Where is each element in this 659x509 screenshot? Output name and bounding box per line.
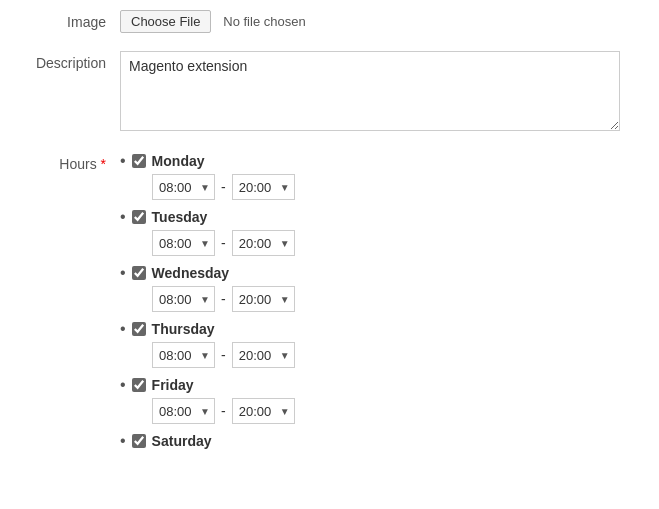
end-time-select[interactable]: 00:0001:0002:0003:0004:0005:0006:0007:00… (232, 398, 295, 424)
hours-container: •Monday00:0001:0002:0003:0004:0005:0006:… (120, 152, 639, 456)
hours-label: Hours (20, 152, 120, 172)
end-time-select[interactable]: 00:0001:0002:0003:0004:0005:0006:0007:00… (232, 286, 295, 312)
bullet-icon: • (120, 208, 126, 226)
day-row: •Thursday (120, 320, 639, 338)
day-row: •Friday (120, 376, 639, 394)
image-label: Image (20, 10, 120, 30)
day-row: •Wednesday (120, 264, 639, 282)
bullet-icon: • (120, 320, 126, 338)
day-checkbox[interactable] (132, 266, 146, 280)
day-item: •Thursday00:0001:0002:0003:0004:0005:000… (120, 320, 639, 368)
choose-file-button[interactable]: Choose File (120, 10, 211, 33)
day-checkbox[interactable] (132, 210, 146, 224)
end-time-dropdown[interactable]: 00:0001:0002:0003:0004:0005:0006:0007:00… (233, 287, 294, 311)
day-name: Wednesday (152, 265, 230, 281)
day-item: •Wednesday00:0001:0002:0003:0004:0005:00… (120, 264, 639, 312)
day-name: Tuesday (152, 209, 208, 225)
end-time-select[interactable]: 00:0001:0002:0003:0004:0005:0006:0007:00… (232, 230, 295, 256)
time-separator: - (221, 347, 226, 363)
day-checkbox[interactable] (132, 154, 146, 168)
day-item: •Tuesday00:0001:0002:0003:0004:0005:0006… (120, 208, 639, 256)
day-name: Saturday (152, 433, 212, 449)
start-time-select[interactable]: 00:0001:0002:0003:0004:0005:0006:0007:00… (152, 174, 215, 200)
start-time-dropdown[interactable]: 00:0001:0002:0003:0004:0005:0006:0007:00… (153, 287, 214, 311)
day-checkbox[interactable] (132, 434, 146, 448)
description-label: Description (20, 51, 120, 71)
day-checkbox[interactable] (132, 378, 146, 392)
day-item: •Monday00:0001:0002:0003:0004:0005:0006:… (120, 152, 639, 200)
day-item: •Friday00:0001:0002:0003:0004:0005:0006:… (120, 376, 639, 424)
start-time-select[interactable]: 00:0001:0002:0003:0004:0005:0006:0007:00… (152, 230, 215, 256)
day-name: Thursday (152, 321, 215, 337)
day-row: •Saturday (120, 432, 639, 450)
time-row: 00:0001:0002:0003:0004:0005:0006:0007:00… (152, 342, 639, 368)
bullet-icon: • (120, 376, 126, 394)
day-row: •Tuesday (120, 208, 639, 226)
day-name: Monday (152, 153, 205, 169)
end-time-dropdown[interactable]: 00:0001:0002:0003:0004:0005:0006:0007:00… (233, 231, 294, 255)
time-separator: - (221, 403, 226, 419)
bullet-icon: • (120, 152, 126, 170)
end-time-dropdown[interactable]: 00:0001:0002:0003:0004:0005:0006:0007:00… (233, 343, 294, 367)
end-time-dropdown[interactable]: 00:0001:0002:0003:0004:0005:0006:0007:00… (233, 175, 294, 199)
hours-row: Hours •Monday00:0001:0002:0003:0004:0005… (0, 152, 659, 456)
image-row: Image Choose File No file chosen (0, 10, 659, 33)
time-row: 00:0001:0002:0003:0004:0005:0006:0007:00… (152, 286, 639, 312)
day-checkbox[interactable] (132, 322, 146, 336)
no-file-text: No file chosen (223, 14, 305, 29)
time-separator: - (221, 235, 226, 251)
description-row: Description Magento extension (0, 51, 659, 134)
description-textarea[interactable]: Magento extension (120, 51, 620, 131)
end-time-dropdown[interactable]: 00:0001:0002:0003:0004:0005:0006:0007:00… (233, 399, 294, 423)
day-name: Friday (152, 377, 194, 393)
time-row: 00:0001:0002:0003:0004:0005:0006:0007:00… (152, 398, 639, 424)
start-time-select[interactable]: 00:0001:0002:0003:0004:0005:0006:0007:00… (152, 286, 215, 312)
image-control: Choose File No file chosen (120, 10, 639, 33)
bullet-icon: • (120, 432, 126, 450)
description-control: Magento extension (120, 51, 639, 134)
start-time-dropdown[interactable]: 00:0001:0002:0003:0004:0005:0006:0007:00… (153, 175, 214, 199)
bullet-icon: • (120, 264, 126, 282)
time-separator: - (221, 179, 226, 195)
start-time-dropdown[interactable]: 00:0001:0002:0003:0004:0005:0006:0007:00… (153, 343, 214, 367)
time-row: 00:0001:0002:0003:0004:0005:0006:0007:00… (152, 230, 639, 256)
day-item: •Saturday (120, 432, 639, 450)
hours-list: •Monday00:0001:0002:0003:0004:0005:0006:… (120, 152, 639, 450)
start-time-select[interactable]: 00:0001:0002:0003:0004:0005:0006:0007:00… (152, 398, 215, 424)
start-time-dropdown[interactable]: 00:0001:0002:0003:0004:0005:0006:0007:00… (153, 399, 214, 423)
time-row: 00:0001:0002:0003:0004:0005:0006:0007:00… (152, 174, 639, 200)
time-separator: - (221, 291, 226, 307)
day-row: •Monday (120, 152, 639, 170)
end-time-select[interactable]: 00:0001:0002:0003:0004:0005:0006:0007:00… (232, 174, 295, 200)
end-time-select[interactable]: 00:0001:0002:0003:0004:0005:0006:0007:00… (232, 342, 295, 368)
start-time-select[interactable]: 00:0001:0002:0003:0004:0005:0006:0007:00… (152, 342, 215, 368)
start-time-dropdown[interactable]: 00:0001:0002:0003:0004:0005:0006:0007:00… (153, 231, 214, 255)
